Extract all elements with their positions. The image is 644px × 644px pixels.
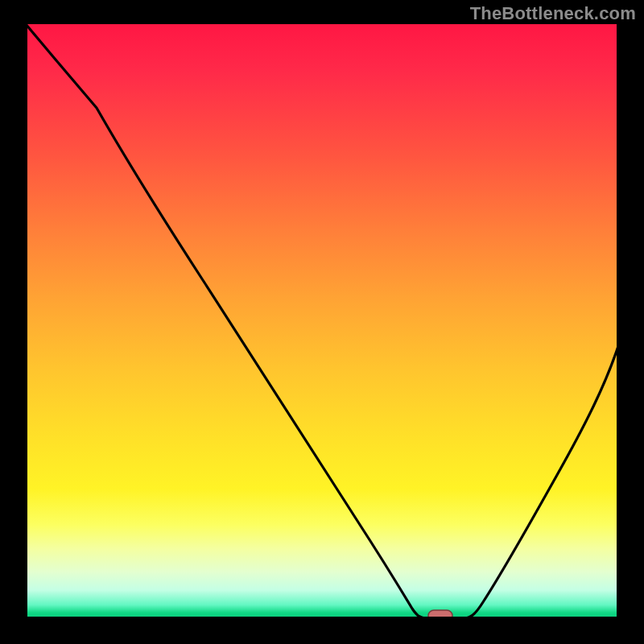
curve-layer bbox=[26, 24, 618, 620]
plot-area bbox=[26, 24, 618, 620]
chart-container: TheBottleneck.com bbox=[0, 0, 644, 644]
x-axis bbox=[26, 617, 618, 620]
bottleneck-curve bbox=[26, 24, 618, 618]
watermark-text: TheBottleneck.com bbox=[470, 3, 636, 24]
y-axis-left bbox=[24, 24, 27, 621]
y-axis-right bbox=[617, 24, 620, 621]
